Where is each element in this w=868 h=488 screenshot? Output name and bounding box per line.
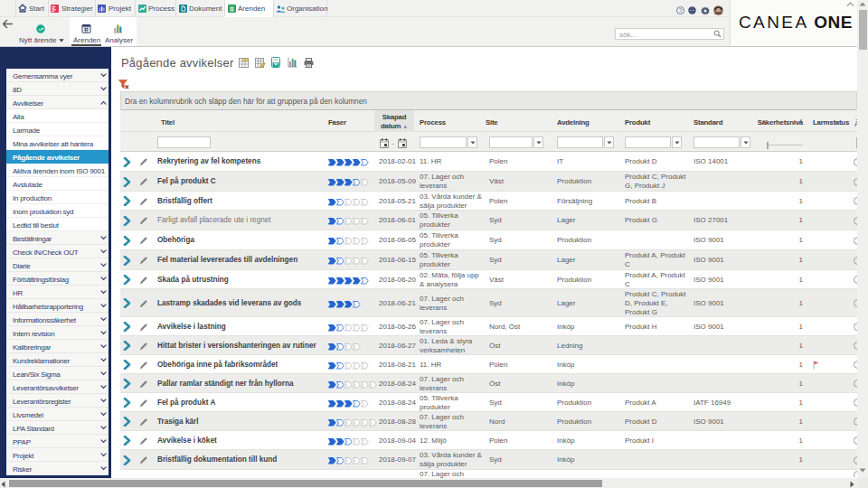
svg-text:?: ?: [679, 7, 683, 14]
